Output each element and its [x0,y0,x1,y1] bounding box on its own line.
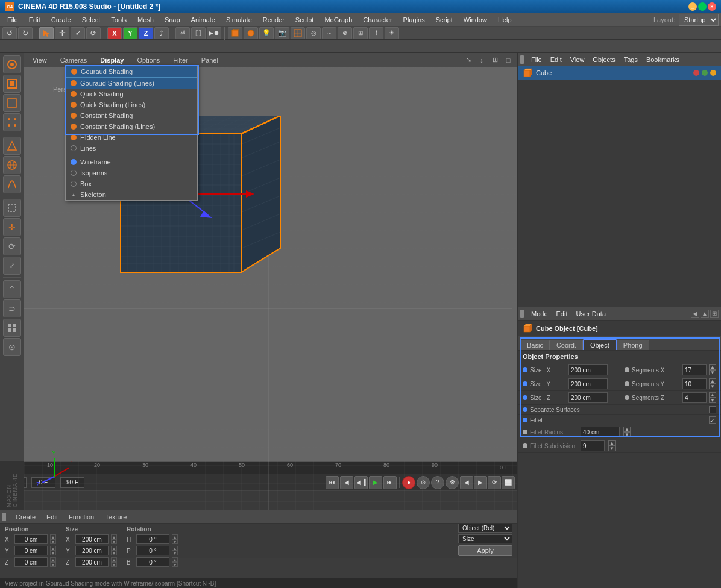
props-sep-dot[interactable] [523,407,527,412]
props-seg-x-input[interactable] [682,364,707,375]
props-expand[interactable]: ⊞ [710,310,719,318]
props-mode-menu[interactable]: Mode [527,310,552,318]
deformer-button[interactable]: ⌇ [369,27,383,39]
y-axis-button[interactable]: Y [123,27,137,39]
pos-x-up[interactable]: ▲ [50,534,56,539]
undo-button[interactable]: ↺ [2,27,17,39]
props-fillet-radius-input[interactable] [581,427,620,437]
props-seg-x-dot[interactable] [625,367,629,372]
mograph-button[interactable]: ⊞ [353,27,368,39]
mat-drag-handle[interactable] [2,513,6,521]
props-seg-z-down[interactable]: ▼ [709,398,716,403]
pos-z-input[interactable] [14,557,48,567]
vp-icon-1[interactable]: ⤡ [463,55,474,66]
menu-animate[interactable]: Animate [186,15,220,25]
props-separate-checkbox[interactable] [709,406,716,413]
size-y-input[interactable] [75,546,109,555]
props-seg-x-up[interactable]: ▲ [709,364,716,370]
menu-lines[interactable]: Lines [66,143,197,154]
rot-p-up[interactable]: ▲ [172,546,178,551]
props-tab-coord[interactable]: Coord. [550,340,583,350]
rot-b-up[interactable]: ▲ [172,557,178,562]
menu-tools[interactable]: Tools [106,15,131,25]
record-active-button[interactable]: ⟦⟧ [191,27,206,39]
props-size-z-input[interactable] [568,392,608,403]
viewport-tab-panel[interactable]: Panel [197,56,223,64]
om-cube-row[interactable]: Cube [518,66,721,80]
rotate-tool-button[interactable]: ⟳ [3,237,21,255]
menu-quick-shading[interactable]: Quick Shading [66,89,197,99]
minimize-button[interactable]: _ [688,2,697,11]
close-button[interactable]: × [708,2,716,11]
viewport-tab-cameras[interactable]: Cameras [55,56,92,64]
viewport-tab-filter[interactable]: Filter [168,56,192,64]
menu-mograph[interactable]: MoGraph [320,15,357,25]
apply-button[interactable]: Apply [458,545,512,556]
props-fillet-subdiv-dot[interactable] [523,443,527,448]
size-x-up[interactable]: ▲ [111,534,117,539]
mat-texture-menu[interactable]: Texture [101,513,130,521]
grid-button[interactable] [3,319,21,337]
props-seg-y-down[interactable]: ▼ [709,384,716,389]
menu-plugins[interactable]: Plugins [398,15,430,25]
size-z-down[interactable]: ▼ [111,562,117,567]
props-radius-down[interactable]: ▼ [623,432,631,437]
menu-snap[interactable]: Snap [160,15,185,25]
scale-tool-button[interactable]: ⤢ [3,257,21,275]
props-seg-x-down[interactable]: ▼ [709,370,716,375]
om-file-menu[interactable]: File [527,55,546,64]
select-rect-button[interactable] [3,199,21,217]
om-bookmarks-menu[interactable]: Bookmarks [643,55,683,64]
om-tags-menu[interactable]: Tags [620,55,641,64]
magnet-button[interactable]: ⊃ [3,299,21,317]
uv-mode-button[interactable] [3,137,21,155]
edge-mode-button[interactable] [3,94,21,112]
props-radius-up[interactable]: ▲ [623,427,631,432]
props-fillet-checkbox[interactable]: ✓ [709,416,716,424]
viewport-tab-options[interactable]: Options [132,56,165,64]
texture-mode-button[interactable] [3,156,21,174]
null-button[interactable]: ◎ [306,27,321,39]
pos-z-down[interactable]: ▼ [50,562,56,567]
menu-mesh[interactable]: Mesh [133,15,159,25]
world-axis-button[interactable]: ⤴ [154,27,169,39]
pos-x-input[interactable] [14,534,48,544]
props-drag-handle[interactable] [520,310,524,318]
om-drag-handle[interactable] [520,55,524,64]
viewport-tab-display[interactable]: Display [95,56,128,64]
props-fillet-subdiv-input[interactable] [581,440,605,451]
sphere-primitive-button[interactable] [244,27,258,39]
size-y-down[interactable]: ▼ [111,551,117,555]
props-subdiv-up[interactable]: ▲ [608,440,616,446]
pos-y-up[interactable]: ▲ [50,546,56,551]
snap-button[interactable]: ⊙ [3,338,21,356]
props-subdiv-down[interactable]: ▼ [608,446,616,451]
props-fillet-dot[interactable] [523,418,527,422]
light2-button[interactable]: ☀ [385,27,399,39]
size-z-up[interactable]: ▲ [111,557,117,562]
display-dropdown-menu[interactable]: Gouraud Shading Gouraud Shading (Lines) … [65,65,198,201]
menu-character[interactable]: Character [358,15,397,25]
move-tool-button[interactable]: ✛ [3,218,21,236]
props-size-x-input[interactable] [568,364,608,375]
maximize-button[interactable]: □ [698,2,707,11]
props-tab-phong[interactable]: Phong [617,340,649,350]
menu-wireframe[interactable]: Wireframe [66,157,197,167]
knife-tool-button[interactable]: ⌃ [3,280,21,298]
coord-type-dropdown[interactable]: Size [458,534,512,543]
props-seg-z-dot[interactable] [625,395,629,400]
menu-create[interactable]: Create [46,15,76,25]
props-seg-z-up[interactable]: ▲ [709,392,716,398]
menu-select[interactable]: Select [77,15,105,25]
om-objects-menu[interactable]: Objects [589,55,619,64]
props-seg-y-up[interactable]: ▲ [709,378,716,384]
mat-edit-menu[interactable]: Edit [43,513,61,521]
props-fillet-radius-dot[interactable] [523,430,527,434]
props-edit-menu[interactable]: Edit [553,310,571,318]
viewport-tab-view[interactable]: View [28,56,52,64]
light-button[interactable]: 💡 [259,27,274,39]
cube-primitive-button[interactable] [228,27,242,39]
camera-button[interactable]: 📷 [275,27,289,39]
menu-quick-lines[interactable]: Quick Shading (Lines) [66,99,197,110]
menu-window[interactable]: Window [459,15,492,25]
